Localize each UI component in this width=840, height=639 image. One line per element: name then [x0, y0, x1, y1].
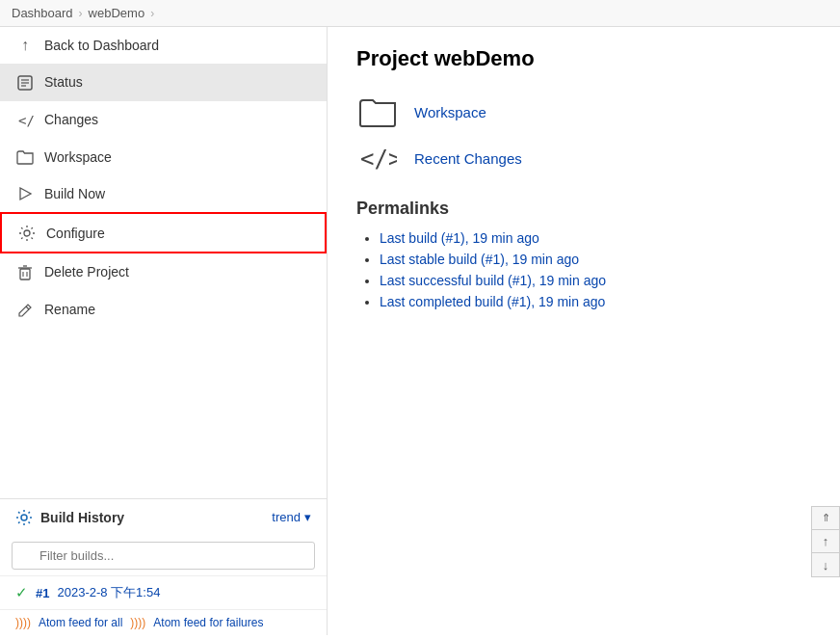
sidebar-item-build-label: Build Now: [44, 186, 105, 201]
list-item: Last stable build (#1), 19 min ago: [380, 252, 811, 267]
rename-icon: [15, 301, 35, 319]
sidebar-item-workspace-label: Workspace: [44, 149, 112, 165]
arrow-up-icon: ↑: [15, 37, 35, 54]
delete-icon: [15, 263, 35, 281]
sidebar-item-status[interactable]: Status: [0, 64, 327, 101]
sidebar-item-status-label: Status: [44, 74, 83, 90]
trend-label: trend: [272, 510, 301, 524]
sidebar-item-delete-label: Delete Project: [44, 264, 129, 280]
sidebar: ↑ Back to Dashboard Status: [0, 27, 328, 635]
build-search-container: 🔍: [0, 536, 327, 576]
build-search-input[interactable]: [12, 542, 315, 570]
build-history-gear-icon: [15, 509, 33, 526]
code-icon: </>: [356, 141, 399, 175]
list-item: Last completed build (#1), 19 min ago: [380, 294, 811, 309]
breadcrumb-sep-2: ›: [150, 7, 154, 20]
svg-point-13: [21, 515, 27, 520]
sidebar-item-changes[interactable]: </> Changes: [0, 101, 327, 139]
breadcrumb-sep-1: ›: [79, 7, 83, 20]
sidebar-nav: ↑ Back to Dashboard Status: [0, 27, 327, 498]
recent-changes-link[interactable]: Recent Changes: [414, 150, 522, 167]
scroll-top-top-button[interactable]: ⇑: [812, 507, 839, 530]
build-history-trend-link[interactable]: trend ▾: [272, 510, 311, 524]
feed-icon-all: )))): [15, 616, 31, 629]
sidebar-item-configure-label: Configure: [46, 226, 105, 241]
status-icon: [15, 73, 35, 92]
folder-icon: [356, 94, 399, 129]
svg-text:</>: </>: [18, 113, 34, 128]
sidebar-item-back-label: Back to Dashboard: [44, 38, 159, 53]
permalink-last-stable[interactable]: Last stable build (#1), 19 min ago: [380, 252, 579, 267]
list-item: Last build (#1), 19 min ago: [380, 230, 811, 246]
configure-icon: [17, 224, 37, 242]
sidebar-item-rename[interactable]: Rename: [0, 291, 327, 329]
list-item: Last successful build (#1), 19 min ago: [380, 273, 811, 288]
build-icon: [15, 185, 35, 203]
sidebar-item-rename-label: Rename: [44, 302, 95, 317]
sidebar-item-workspace[interactable]: Workspace: [0, 139, 327, 175]
permalinks-section: Permalinks Last build (#1), 19 min ago L…: [356, 199, 811, 309]
build-number-link[interactable]: #1: [36, 586, 49, 600]
build-date-link[interactable]: 2023-2-8 下午1:54: [57, 584, 160, 601]
changes-icon: </>: [15, 111, 35, 129]
sidebar-item-changes-label: Changes: [44, 112, 98, 127]
svg-rect-7: [20, 269, 30, 280]
svg-marker-5: [20, 188, 31, 200]
scroll-buttons: ⇑ ↑ ↓: [811, 506, 840, 577]
build-history-title: Build History: [15, 509, 124, 526]
scroll-down-button[interactable]: ↓: [812, 553, 839, 576]
breadcrumb-webdemo[interactable]: webDemo: [89, 6, 145, 20]
content-links: Workspace </> Recent Changes: [356, 94, 811, 175]
sidebar-item-delete[interactable]: Delete Project: [0, 253, 327, 291]
build-history-header: Build History trend ▾: [0, 499, 327, 536]
atom-feed-failures-link[interactable]: Atom feed for failures: [153, 616, 263, 629]
build-history-label: Build History: [40, 510, 124, 525]
permalink-last-completed[interactable]: Last completed build (#1), 19 min ago: [380, 294, 605, 309]
chevron-down-icon: ▾: [304, 510, 311, 524]
permalink-last-build[interactable]: Last build (#1), 19 min ago: [380, 230, 539, 246]
sidebar-item-configure[interactable]: Configure: [0, 212, 327, 253]
scroll-up-button[interactable]: ↑: [812, 530, 839, 553]
feed-icon-failures: )))): [130, 616, 145, 629]
svg-line-12: [26, 306, 29, 309]
permalinks-title: Permalinks: [356, 199, 811, 219]
permalink-last-successful[interactable]: Last successful build (#1), 19 min ago: [380, 273, 606, 288]
svg-text:</>: </>: [360, 146, 397, 173]
atom-feed-all-link[interactable]: Atom feed for all: [39, 616, 122, 629]
search-wrapper: 🔍: [12, 542, 315, 570]
build-history-section: Build History trend ▾ 🔍 ✓ #1 2023-2-8 下午…: [0, 498, 327, 635]
workspace-icon: [15, 148, 35, 166]
svg-point-6: [24, 230, 30, 236]
build-success-icon: ✓: [15, 584, 28, 601]
recent-changes-link-row: </> Recent Changes: [356, 141, 811, 175]
sidebar-item-back[interactable]: ↑ Back to Dashboard: [0, 27, 327, 64]
feed-row: )))) Atom feed for all )))) Atom feed fo…: [0, 609, 327, 635]
project-title: Project webDemo: [356, 46, 811, 71]
breadcrumb: Dashboard › webDemo ›: [0, 0, 840, 27]
permalink-list: Last build (#1), 19 min ago Last stable …: [356, 230, 811, 309]
sidebar-item-build-now[interactable]: Build Now: [0, 175, 327, 213]
workspace-link-row: Workspace: [356, 94, 811, 129]
content-area: Project webDemo Workspace </> Recent: [328, 27, 840, 635]
workspace-link[interactable]: Workspace: [414, 104, 486, 120]
breadcrumb-dashboard[interactable]: Dashboard: [12, 6, 73, 20]
build-item: ✓ #1 2023-2-8 下午1:54: [0, 576, 327, 609]
